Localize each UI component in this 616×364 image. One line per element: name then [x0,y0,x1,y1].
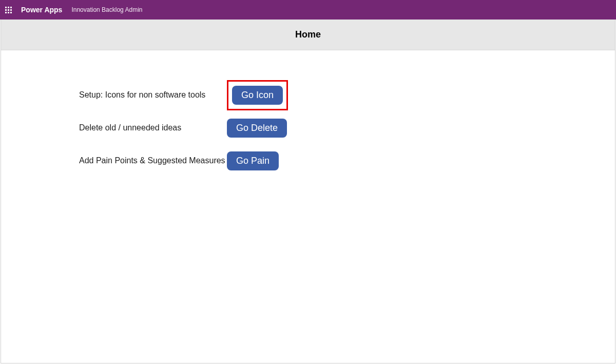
go-icon-button[interactable]: Go Icon [232,86,283,105]
row-setup-icons: Setup: Icons for non software tools Go I… [79,85,615,105]
page-frame: Home Setup: Icons for non software tools… [1,20,615,363]
page-title: Home [295,29,321,40]
content-area: Setup: Icons for non software tools Go I… [1,50,615,170]
highlight-box: Go Icon [227,80,288,110]
app-name-label: Innovation Backlog Admin [71,6,142,13]
page-header: Home [1,20,615,50]
row-label: Delete old / unneeded ideas [79,123,227,132]
go-pain-button[interactable]: Go Pain [227,151,279,170]
app-launcher-icon[interactable] [5,7,12,13]
row-delete-ideas: Delete old / unneeded ideas Go Delete [79,118,615,138]
row-label: Setup: Icons for non software tools [79,90,227,100]
row-pain-points: Add Pain Points & Suggested Measures Go … [79,151,615,170]
top-bar: Power Apps Innovation Backlog Admin [0,0,616,20]
row-label: Add Pain Points & Suggested Measures [79,156,227,165]
go-delete-button[interactable]: Go Delete [227,119,287,138]
brand-label: Power Apps [21,6,62,14]
